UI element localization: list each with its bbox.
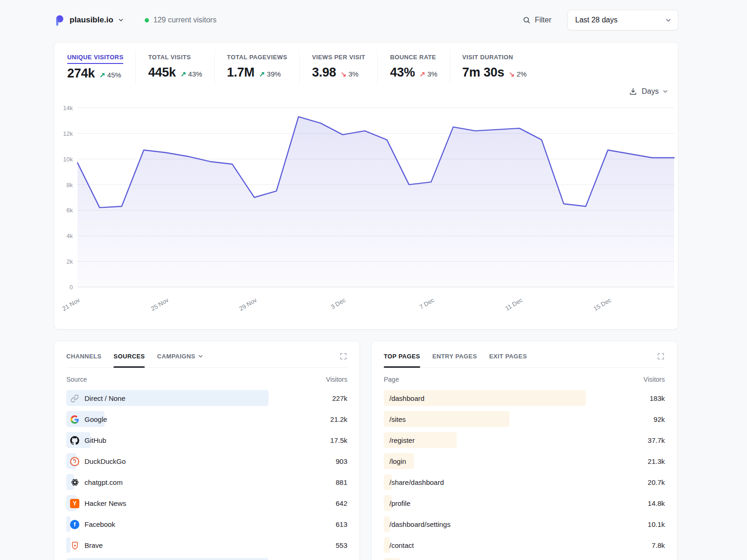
table-row[interactable]: YHacker News642 [66, 493, 347, 514]
pages-panel: TOP PAGES ENTRY PAGES EXIT PAGES Page Vi… [371, 341, 677, 560]
metric-value: 445k [148, 65, 176, 80]
expand-icon[interactable] [339, 352, 347, 360]
column-visitors: Visitors [326, 376, 347, 383]
metric-change: ↗39% [259, 70, 281, 78]
expand-icon[interactable] [657, 352, 665, 360]
y-axis-label: 2k [66, 258, 73, 265]
table-row[interactable]: Direct / None227k [66, 388, 347, 409]
row-label: fFacebook [66, 520, 115, 529]
table-row[interactable]: /profile14.8k [384, 493, 665, 514]
duckduckgo-icon [70, 457, 79, 466]
table-row[interactable]: fFacebook613 [66, 514, 347, 535]
chevron-down-icon [118, 17, 124, 23]
sources-panel: CHANNELS SOURCES CAMPAIGNS Source Visito… [54, 341, 360, 560]
y-axis-label: 8k [66, 181, 73, 188]
top-bar: plausible.io 129 current visitors Filter… [54, 9, 678, 31]
tab-sources[interactable]: SOURCES [113, 353, 145, 360]
trend-arrow-icon: ↗ [420, 70, 426, 78]
github-icon [70, 436, 79, 445]
y-axis-label: 0 [70, 284, 73, 291]
metrics-row: UNIQUE VISITORS 274k ↗45% TOTAL VISITS 4… [54, 50, 678, 85]
row-label: /sites [384, 415, 406, 423]
table-row[interactable]: Brave553 [66, 535, 347, 556]
row-label: DuckDuckGo [66, 457, 126, 466]
row-label: /login [384, 457, 406, 465]
row-bar [66, 558, 268, 560]
table-row[interactable]: /contact7.8k [384, 535, 665, 556]
row-label: /dashboard [384, 394, 424, 402]
hackernews-icon: Y [70, 499, 79, 508]
metric-value: 43% [390, 65, 415, 80]
y-axis-label: 6k [66, 207, 73, 214]
row-visitors: 14.8k [648, 499, 665, 507]
metric-change: ↗45% [99, 71, 121, 79]
main-chart-card: UNIQUE VISITORS 274k ↗45% TOTAL VISITS 4… [54, 42, 678, 329]
filter-label: Filter [535, 16, 551, 24]
date-range-picker[interactable]: Last 28 days [567, 10, 678, 30]
pages-tabs: TOP PAGES ENTRY PAGES EXIT PAGES [384, 352, 665, 368]
metric-total-pageviews[interactable]: TOTAL PAGEVIEWS 1.7M ↗39% [214, 50, 299, 85]
table-row[interactable]: /sites92k [384, 409, 665, 430]
metric-total-visits[interactable]: TOTAL VISITS 445k ↗43% [135, 50, 214, 85]
tab-entry-pages[interactable]: ENTRY PAGES [432, 353, 477, 360]
chart-plot [78, 108, 674, 287]
filter-button[interactable]: Filter [522, 16, 551, 24]
y-axis-label: 12k [63, 130, 73, 137]
row-visitors: 92k [654, 415, 665, 423]
download-icon[interactable] [629, 87, 637, 96]
metric-value: 1.7M [227, 65, 254, 80]
chart-area-fill [78, 117, 674, 287]
row-label: /dashboard/settings [384, 520, 451, 528]
row-label: /register [384, 436, 415, 444]
table-row-partial[interactable] [384, 556, 665, 560]
chevron-down-icon [197, 353, 204, 359]
table-row[interactable]: GitHub17.5k [66, 430, 347, 451]
interval-label: Days [642, 87, 659, 96]
row-visitors: 183k [649, 394, 665, 402]
table-row-partial[interactable] [66, 556, 347, 560]
tab-campaigns[interactable]: CAMPAIGNS [157, 353, 204, 360]
row-visitors: 21.3k [648, 457, 665, 465]
table-row[interactable]: /dashboard/settings10.1k [384, 514, 665, 535]
tab-channels[interactable]: CHANNELS [66, 353, 101, 360]
x-axis-label: 21 Nov [52, 296, 81, 318]
link-icon [70, 394, 79, 403]
row-label: YHacker News [66, 499, 126, 508]
metric-change: ↗3% [420, 70, 437, 78]
row-visitors: 903 [336, 457, 347, 465]
table-row[interactable]: Google21.2k [66, 409, 347, 430]
metric-unique-visitors[interactable]: UNIQUE VISITORS 274k ↗45% [67, 50, 135, 85]
table-row[interactable]: chatgpt.com881 [66, 472, 347, 493]
table-row[interactable]: /login21.3k [384, 451, 665, 472]
interval-selector[interactable]: Days [642, 87, 669, 96]
sources-table: Direct / None227kGoogle21.2kGitHub17.5kD… [66, 388, 347, 560]
current-visitors[interactable]: 129 current visitors [145, 16, 217, 24]
metric-bounce-rate[interactable]: BOUNCE RATE 43% ↗3% [377, 50, 450, 85]
google-icon [70, 415, 79, 424]
row-visitors: 37.7k [648, 436, 665, 444]
x-axis-label: 11 Dec [494, 296, 524, 318]
chart-x-axis: 21 Nov25 Nov29 Nov3 Dec7 Dec11 Dec15 Dec [78, 293, 674, 319]
row-label: /share/dashboard [384, 478, 444, 486]
trend-arrow-icon: ↗ [259, 70, 265, 78]
table-row[interactable]: /register37.7k [384, 430, 665, 451]
metric-views-per-visit[interactable]: VIEWS PER VISIT 3.98 ↘3% [299, 50, 377, 85]
table-row[interactable]: /dashboard183k [384, 388, 665, 409]
column-page: Page [384, 376, 399, 383]
chart-controls: Days [54, 87, 678, 96]
site-switcher[interactable]: plausible.io [54, 14, 124, 26]
brave-icon [70, 541, 79, 550]
row-visitors: 553 [336, 541, 347, 549]
row-label: Direct / None [66, 394, 126, 403]
column-visitors: Visitors [643, 376, 665, 383]
row-visitors: 7.8k [652, 541, 665, 549]
tab-top-pages[interactable]: TOP PAGES [384, 353, 420, 360]
metric-value: 274k [67, 66, 95, 81]
table-row[interactable]: /share/dashboard20.7k [384, 472, 665, 493]
row-visitors: 227k [332, 394, 347, 402]
table-row[interactable]: DuckDuckGo903 [66, 451, 347, 472]
tab-exit-pages[interactable]: EXIT PAGES [489, 353, 527, 360]
metric-visit-duration[interactable]: VISIT DURATION 7m 30s ↘2% [450, 50, 539, 85]
row-label: GitHub [66, 436, 106, 445]
visitors-area-chart: 02k4k6k8k10k12k14k [78, 108, 674, 287]
